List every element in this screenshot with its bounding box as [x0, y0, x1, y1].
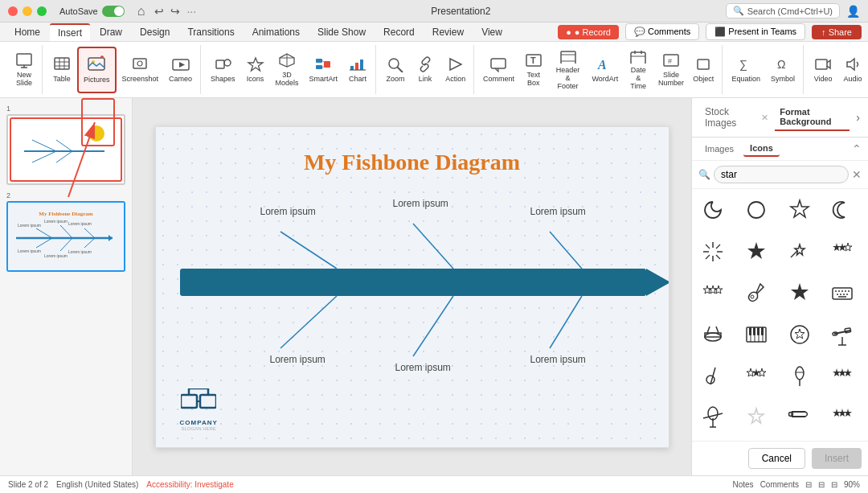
share-button[interactable]: ↑ Share [812, 25, 862, 39]
icon-keyboard[interactable] [825, 275, 860, 310]
insert-button[interactable]: Insert [812, 448, 862, 469]
table-button[interactable]: Table [47, 47, 76, 93]
search-clear-button[interactable]: ✕ [852, 168, 862, 181]
equation-button[interactable]: ∑ Equation [727, 47, 766, 93]
slide-number-button[interactable]: # SlideNumber [654, 47, 688, 93]
view-normal-icon[interactable]: ⊟ [805, 480, 812, 489]
icons-search-input[interactable] [714, 166, 849, 183]
icon-violin[interactable] [782, 358, 817, 393]
notes-button[interactable]: Notes [733, 480, 754, 489]
wordart-icon: A [596, 56, 614, 72]
shapes-button[interactable]: Shapes [206, 47, 240, 93]
3d-models-button[interactable]: 3DModels [271, 47, 304, 93]
icon-piano-keys[interactable] [739, 317, 774, 352]
icon-star-outline[interactable] [782, 192, 817, 228]
user-icon[interactable]: 👤 [846, 5, 860, 18]
panel-chevron[interactable]: ⌃ [852, 142, 862, 155]
icon-telescope2[interactable] [695, 400, 731, 435]
icon-crescent2[interactable] [825, 192, 860, 228]
tab-review[interactable]: Review [424, 24, 472, 40]
panel-tab-format-bg[interactable]: Format Background [775, 104, 850, 131]
pictures-button[interactable]: Pictures [77, 47, 117, 93]
view-slide-sorter-icon[interactable]: ⊟ [818, 480, 825, 489]
home-icon[interactable]: ⌂ [137, 4, 145, 18]
search-bar[interactable]: 🔍 Search (Cmd+Ctrl+U) [726, 3, 840, 18]
icon-star-empty[interactable] [739, 400, 774, 435]
video-button[interactable]: Video [809, 47, 837, 93]
autosave-toggle[interactable] [102, 6, 125, 17]
tab-draw[interactable]: Draw [92, 24, 130, 40]
svg-marker-99 [747, 242, 765, 259]
slide-2-thumb[interactable]: My Fishbone Diagram Lorem ipsum Lorem ip… [6, 201, 125, 272]
object-button[interactable]: Object [689, 47, 718, 93]
text-box-button[interactable]: T TextBox [519, 47, 548, 93]
cancel-button[interactable]: Cancel [748, 448, 805, 469]
close-button[interactable] [8, 6, 18, 16]
header-footer-button[interactable]: Header &Footer [549, 47, 588, 93]
icon-star-circle[interactable] [782, 317, 817, 352]
panel-close-button[interactable]: › [856, 111, 860, 124]
icon-shooting-star[interactable] [782, 234, 817, 269]
icon-star-solid[interactable] [782, 275, 817, 310]
tab-record[interactable]: Record [375, 24, 423, 40]
icon-telescope[interactable] [825, 317, 860, 352]
icon-drums[interactable] [695, 317, 731, 352]
link-button[interactable]: Link [411, 47, 440, 93]
audio-button[interactable]: Audio [838, 47, 867, 93]
comment-button[interactable]: Comment [479, 47, 518, 93]
cameo-icon [172, 56, 190, 72]
action-button[interactable]: Action [440, 47, 470, 93]
screenshot-button[interactable]: Screenshot [117, 47, 164, 93]
sub-tab-icons[interactable]: Icons [743, 141, 780, 157]
icon-banjo[interactable] [695, 358, 731, 393]
accessibility-info[interactable]: Accessibility: Investigate [146, 480, 233, 489]
smartart-button[interactable]: SmartArt [305, 47, 343, 93]
comments-button-status[interactable]: Comments [760, 480, 799, 489]
tab-design[interactable]: Design [132, 24, 178, 40]
sub-tab-images[interactable]: Images [698, 142, 740, 156]
icon-trombone[interactable] [782, 400, 817, 435]
svg-line-98 [706, 255, 710, 259]
video-label: Video [814, 75, 833, 83]
panel-tab-stock-images[interactable]: Stock Images [700, 103, 755, 132]
icon-guitar[interactable] [739, 275, 774, 310]
present-button[interactable]: ⬛ Present in Teams [706, 23, 805, 40]
record-button[interactable]: ● ● Record [558, 25, 619, 39]
icon-sparkles[interactable] [695, 234, 731, 269]
company-name: COMPANY [180, 419, 218, 426]
new-slide-button[interactable]: NewSlide [10, 47, 39, 93]
more-icon[interactable]: ··· [186, 5, 196, 18]
redo-icon[interactable]: ↪ [170, 5, 180, 18]
icon-star-filled[interactable] [739, 234, 774, 269]
icon-star-rating3[interactable] [739, 358, 774, 393]
tab-view[interactable]: View [473, 24, 510, 40]
date-time-button[interactable]: Date &Time [623, 47, 653, 93]
icon-star-3[interactable] [825, 400, 860, 435]
slide-1-thumb[interactable] [6, 114, 125, 185]
wordart-button[interactable]: A WordArt [588, 47, 622, 93]
minimize-button[interactable] [23, 6, 32, 16]
tab-insert[interactable]: Insert [50, 23, 90, 41]
icon-star-rating4[interactable] [825, 358, 860, 393]
icon-star-rating[interactable] [825, 234, 860, 269]
icon-crescent[interactable] [695, 192, 731, 228]
comments-button[interactable]: 💬 Comments [625, 23, 699, 40]
symbol-button[interactable]: Ω Symbol [766, 47, 800, 93]
tab-slideshow[interactable]: Slide Show [309, 24, 374, 40]
cameo-button[interactable]: Cameo [164, 47, 197, 93]
maximize-button[interactable] [37, 6, 47, 16]
icons-button[interactable]: Icons [241, 47, 270, 93]
slide-canvas[interactable]: My Fishbone Diagram Lorem ipsum Lorem ip… [155, 126, 669, 448]
header-footer-icon [559, 50, 577, 64]
tab-transitions[interactable]: Transitions [179, 24, 242, 40]
zoom-button[interactable]: Zoom [381, 47, 410, 93]
icon-circle-outline[interactable] [739, 192, 774, 228]
view-reading-icon[interactable]: ⊟ [831, 480, 837, 489]
icon-star-rating2[interactable] [695, 275, 731, 310]
undo-icon[interactable]: ↩ [154, 5, 164, 18]
tab-home[interactable]: Home [6, 24, 48, 40]
tab-animations[interactable]: Animations [244, 24, 308, 40]
chart-button[interactable]: Chart [343, 47, 372, 93]
slide-2-preview: My Fishbone Diagram Lorem ipsum Lorem ip… [8, 203, 124, 272]
comment-label: Comment [483, 75, 514, 83]
